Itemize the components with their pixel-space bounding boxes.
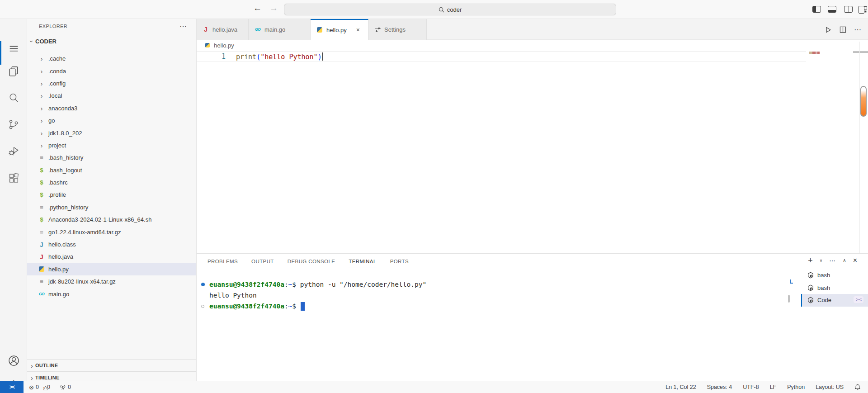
code-editor[interactable]: 1 print("hello Python") <box>197 51 868 253</box>
account-icon[interactable] <box>0 350 27 371</box>
breadcrumb[interactable]: hello.py <box>197 40 868 51</box>
tab-terminal-active[interactable]: TERMINAL <box>348 257 377 266</box>
close-panel-icon[interactable]: × <box>853 257 857 264</box>
customize-layout-icon[interactable] <box>859 6 867 13</box>
errors-warnings-status[interactable]: ⊗ 0 △! 0 <box>29 384 50 390</box>
svg-text:$: $ <box>811 287 812 290</box>
tree-item[interactable]: main.go <box>27 288 196 300</box>
panel-actions: + ∨ ⋯ ∧ × <box>808 256 857 265</box>
tab-settings[interactable]: Settings <box>368 19 427 40</box>
tree-item[interactable]: hello.class <box>27 238 196 251</box>
chevron-right-icon: › <box>31 362 33 369</box>
tree-item[interactable]: .conda <box>27 65 196 77</box>
tab-problems[interactable]: PROBLEMS <box>207 257 238 266</box>
tree-item[interactable]: .python_history <box>27 201 196 213</box>
more-actions-icon[interactable]: ⋯ <box>829 257 836 264</box>
language-mode-status[interactable]: Python <box>787 384 805 390</box>
tree-item[interactable]: Anaconda3-2024.02-1-Linux-x86_64.sh <box>27 213 196 226</box>
overview-ruler-cursor-mark <box>853 52 868 52</box>
launch-profile-chevron-icon[interactable]: ∨ <box>820 259 823 263</box>
java-class-file-icon <box>38 241 45 248</box>
tab-debug-console[interactable]: DEBUG CONSOLE <box>287 257 336 266</box>
maximize-panel-icon[interactable]: ∧ <box>843 258 846 263</box>
search-icon[interactable] <box>0 87 27 109</box>
terminal-instance-bash[interactable]: $ bash <box>801 269 868 282</box>
tab-main-go[interactable]: main.go <box>249 19 311 40</box>
run-file-icon[interactable] <box>825 26 832 33</box>
tree-item[interactable]: .bashrc <box>27 176 196 189</box>
chevron-down-icon: › <box>28 40 35 43</box>
shell-file-icon <box>38 179 45 186</box>
new-terminal-icon[interactable]: + <box>808 256 813 265</box>
terminal-scrollbar-thumb[interactable] <box>788 295 790 303</box>
tree-item[interactable]: jdk1.8.0_202 <box>27 127 196 139</box>
ports-status[interactable]: 0 <box>60 384 71 390</box>
bash-profile-icon: $ <box>807 272 814 279</box>
terminal-output-line: hello Python <box>201 290 426 301</box>
remote-indicator[interactable]: >< <box>0 381 24 393</box>
tree-item[interactable]: .local <box>27 90 196 102</box>
split-editor-layout-icon[interactable] <box>844 6 853 13</box>
tree-item-selected[interactable]: hello.py <box>27 263 196 275</box>
tab-hello-py-active[interactable]: hello.py × <box>311 19 368 40</box>
explorer-title: EXPLORER <box>39 24 67 29</box>
close-tab-icon[interactable]: × <box>356 26 360 33</box>
tree-item[interactable]: hello.java <box>27 251 196 263</box>
forward-arrow-icon[interactable]: → <box>269 3 278 13</box>
bottom-panel: PROBLEMS OUTPUT DEBUG CONSOLE TERMINAL P… <box>197 253 868 381</box>
toggle-sidebar-icon[interactable] <box>812 6 821 13</box>
notifications-bell-icon[interactable] <box>854 384 861 390</box>
split-editor-icon[interactable] <box>840 26 846 33</box>
tab-output[interactable]: OUTPUT <box>251 257 274 266</box>
bash-profile-icon: $ <box>807 284 814 291</box>
eol-status[interactable]: LF <box>770 384 777 390</box>
explorer-icon[interactable] <box>0 60 27 82</box>
folder-chevron-icon <box>38 67 45 75</box>
svg-text:$: $ <box>811 300 812 303</box>
back-arrow-icon[interactable]: ← <box>253 3 262 13</box>
indentation-status[interactable]: Spaces: 4 <box>707 384 732 390</box>
extensions-icon[interactable] <box>0 167 27 189</box>
scrollbar-thumb[interactable] <box>860 86 867 117</box>
outline-section[interactable]: › OUTLINE <box>27 359 196 371</box>
cursor-position-status[interactable]: Ln 1, Col 22 <box>665 384 696 390</box>
tree-item[interactable]: .profile <box>27 189 196 201</box>
explorer-more-actions-icon[interactable]: ⋯ <box>179 22 187 30</box>
tree-item[interactable]: .bash_history <box>27 152 196 164</box>
tab-ports[interactable]: PORTS <box>390 257 409 266</box>
text-cursor <box>322 52 323 61</box>
tab-hello-java[interactable]: hello.java <box>197 19 249 40</box>
command-center-search[interactable]: coder <box>284 4 616 15</box>
terminal-command-marker <box>790 279 793 284</box>
tree-item[interactable]: go <box>27 114 196 127</box>
encoding-status[interactable]: UTF-8 <box>743 384 759 390</box>
tree-item[interactable]: go1.22.4.linux-amd64.tar.gz <box>27 226 196 238</box>
run-debug-icon[interactable] <box>0 140 27 162</box>
tree-item[interactable]: anaconda3 <box>27 102 196 114</box>
terminal-instance-code-selected[interactable]: $ Code >·< <box>801 294 868 307</box>
tree-item[interactable]: jdk-8u202-linux-x64.tar.gz <box>27 275 196 288</box>
command-success-dot-icon[interactable] <box>201 283 209 286</box>
keyboard-layout-status[interactable]: Layout: US <box>816 384 844 390</box>
explorer-sidebar: EXPLORER ⋯ › CODER .cache .conda .config… <box>27 19 197 381</box>
python-file-icon <box>38 265 45 273</box>
python-file-icon <box>204 42 211 48</box>
source-control-icon[interactable] <box>0 114 27 135</box>
tree-item[interactable]: project <box>27 139 196 152</box>
terminal-viewport[interactable]: euansu@9438f2f4740a:~$ python -u "/home/… <box>201 279 426 312</box>
tree-item[interactable]: .bash_logout <box>27 164 196 176</box>
terminal-instance-bash[interactable]: $ bash <box>801 282 868 294</box>
search-magnifier-icon <box>439 7 444 13</box>
code-line: print("hello Python") <box>236 52 323 61</box>
toggle-panel-icon[interactable] <box>828 6 836 13</box>
more-actions-icon[interactable]: ⋯ <box>854 25 862 34</box>
tree-root-coder[interactable]: › CODER <box>27 35 196 47</box>
command-pending-dot-icon[interactable] <box>201 305 209 308</box>
java-file-icon <box>202 26 209 33</box>
terminal-action-icon[interactable]: >·< <box>854 296 863 303</box>
status-bar: >< ⊗ 0 △! 0 0 Ln 1, Col 22 Spaces: 4 UTF… <box>0 381 868 393</box>
tree-item[interactable]: .config <box>27 77 196 90</box>
tree-item[interactable]: .cache <box>27 52 196 65</box>
activity-bar: ⚙ <box>0 19 27 381</box>
menu-icon[interactable] <box>0 38 27 59</box>
